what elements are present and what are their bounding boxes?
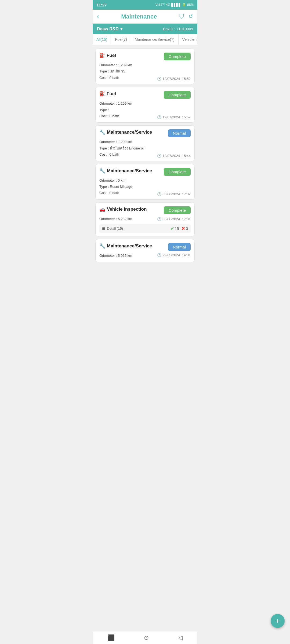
card-1-datetime: 🕐 12/07/2024 15:52 [157, 77, 191, 81]
tab-all[interactable]: All(15) [93, 34, 111, 45]
card-5-odometer: Odometer : 5,232 km [99, 216, 132, 222]
page-title: Maintenance [121, 13, 157, 20]
card-5-datetime: 🕐 06/06/2024 17:31 [157, 217, 191, 221]
card-1-detail: Odometer : 1,209 km Type : เบนซิน 95 Cos… [99, 62, 132, 81]
cards-container: ⛽ Fuel Complete Odometer : 1,209 km Type… [93, 45, 197, 265]
card-3-badge[interactable]: Normal [168, 129, 191, 137]
car-icon: 🚗 [99, 206, 105, 212]
detail-label: ☰ Detail (15) [102, 226, 123, 230]
card-4-badge[interactable]: Complete [164, 168, 191, 176]
cross-icon: ✖ [182, 226, 185, 231]
box-id: BoxID : 71010009 [163, 27, 193, 31]
tab-maintenance[interactable]: Maintenance/Service(7) [131, 34, 179, 45]
clock-icon-6: 🕐 [157, 253, 161, 257]
battery-percent: 86% [187, 3, 194, 7]
status-time: 11:27 [96, 3, 107, 7]
top-nav: ‹ Maintenance ⛉ ↺ [93, 10, 197, 24]
card-3[interactable]: 🔧 Maintenance/Service Normal Odometer : … [95, 125, 195, 161]
card-2-badge[interactable]: Complete [164, 91, 191, 99]
card-4-datetime: 🕐 06/06/2024 17:32 [157, 192, 191, 196]
count-ok: ✔ 15 [171, 226, 179, 231]
back-button[interactable]: ‹ [97, 12, 99, 21]
card-2[interactable]: ⛽ Fuel Complete Odometer : 1,209 km Type… [95, 87, 195, 123]
tabs-bar: All(15) Fuel(7) Maintenance/Service(7) V… [93, 34, 197, 45]
branch-name-text: Deaw R&D [97, 27, 119, 31]
card-2-detail: Odometer : 1,209 km Type : Cost : 0 bath [99, 100, 132, 119]
tab-vehicle-inspection[interactable]: Vehicle Inspection( [179, 34, 197, 45]
card-1-title: ⛽ Fuel [99, 53, 116, 58]
card-5-title: 🚗 Vehicle Inspection [99, 206, 147, 212]
fuel-icon-2: ⛽ [99, 91, 105, 97]
box-id-label: BoxID : [163, 27, 175, 31]
card-3-title: 🔧 Maintenance/Service [99, 129, 152, 135]
card-6[interactable]: 🔧 Maintenance/Service Normal Odometer : … [95, 239, 195, 262]
card-3-datetime: 🕐 12/07/2024 15:44 [157, 154, 191, 158]
refresh-icon[interactable]: ↺ [189, 13, 193, 20]
signal-icon: ▋▋▋▋ [171, 3, 181, 7]
battery-icon: 🔋 [182, 3, 186, 7]
clock-icon-3: 🕐 [157, 154, 161, 158]
filter-icon[interactable]: ⛉ [179, 13, 185, 20]
card-4-detail: Odometer : 0 km Type : Reset Mileage Cos… [99, 177, 132, 196]
card-6-datetime: 🕐 29/05/2024 14:31 [157, 253, 191, 257]
tab-fuel[interactable]: Fuel(7) [111, 34, 131, 45]
vehicle-inspection-detail-row[interactable]: ☰ Detail (15) ✔ 15 ✖ 0 [99, 224, 191, 233]
wrench-icon-2: 🔧 [99, 168, 105, 174]
branch-name[interactable]: Deaw R&D ▾ [97, 26, 122, 31]
card-1-badge[interactable]: Complete [164, 53, 191, 60]
clock-icon-4: 🕐 [157, 192, 161, 196]
card-5[interactable]: 🚗 Vehicle Inspection Complete Odometer :… [95, 202, 195, 236]
box-id-value: 71010009 [176, 27, 193, 31]
card-1[interactable]: ⛽ Fuel Complete Odometer : 1,209 km Type… [95, 49, 195, 84]
card-2-title: ⛽ Fuel [99, 91, 116, 97]
clock-icon-1: 🕐 [157, 77, 161, 81]
clock-icon-5: 🕐 [157, 217, 161, 221]
card-4[interactable]: 🔧 Maintenance/Service Complete Odometer … [95, 164, 195, 200]
list-icon: ☰ [102, 226, 105, 230]
branch-bar: Deaw R&D ▾ BoxID : 71010009 [93, 24, 197, 34]
clock-icon-2: 🕐 [157, 115, 161, 119]
card-6-title: 🔧 Maintenance/Service [99, 243, 152, 249]
nav-icons: ⛉ ↺ [179, 13, 193, 20]
wrench-icon-3: 🔧 [99, 243, 105, 249]
status-icons: VoLTE 4G ▋▋▋▋ 🔋 86% [155, 3, 194, 7]
card-6-detail: Odometer : 5,065 km [99, 253, 132, 259]
check-icon: ✔ [171, 226, 174, 231]
fuel-icon-1: ⛽ [99, 53, 105, 58]
status-bar: 11:27 VoLTE 4G ▋▋▋▋ 🔋 86% [93, 0, 197, 10]
dropdown-icon: ▾ [120, 26, 122, 31]
volte-icon: VoLTE [155, 3, 165, 7]
card-3-detail: Odometer : 1,209 km Type : น้ำมันเครื่อง… [99, 139, 144, 158]
card-5-badge[interactable]: Complete [164, 206, 191, 214]
card-2-datetime: 🕐 12/07/2024 15:52 [157, 115, 191, 119]
wrench-icon-1: 🔧 [99, 129, 105, 135]
count-fail: ✖ 0 [182, 226, 188, 231]
card-6-badge[interactable]: Normal [168, 243, 191, 251]
network-icon: 4G [166, 3, 170, 7]
detail-counts: ✔ 15 ✖ 0 [171, 226, 188, 231]
card-4-title: 🔧 Maintenance/Service [99, 168, 152, 174]
